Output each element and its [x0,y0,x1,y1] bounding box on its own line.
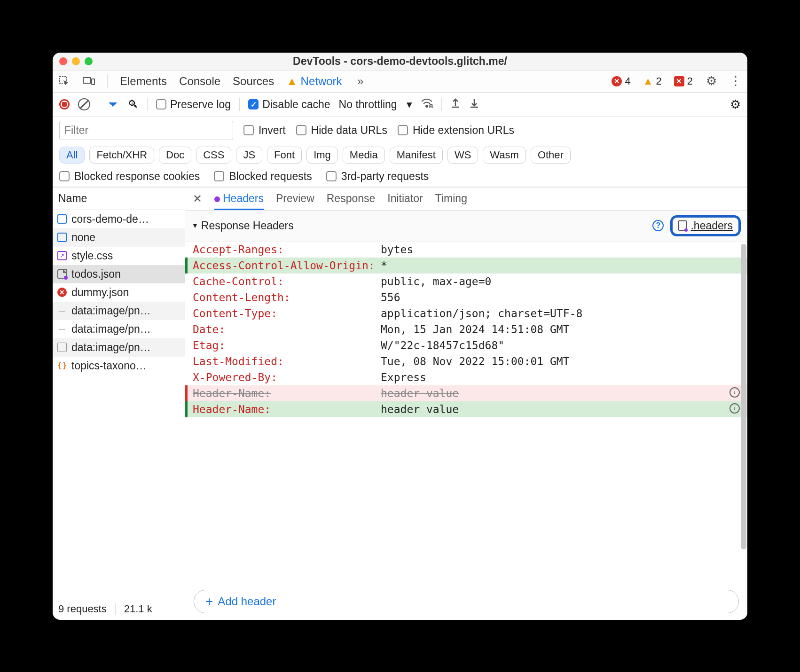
err-icon: ✕ [57,288,67,297]
collapse-icon: ▼ [192,222,198,229]
tab-headers[interactable]: Headers [214,192,264,210]
fullscreen-icon[interactable] [85,57,93,65]
data-icon: — [57,324,67,334]
network-toolbar: ⏷ 🔍︎ Preserve log ✓Disable cache No thro… [53,93,747,117]
request-name: dummy.json [71,286,129,299]
content-area: Name cors-demo-de…nonestyle.csstodos.jso… [53,187,747,620]
tab-timing[interactable]: Timing [435,192,467,205]
hide-data-urls-checkbox[interactable]: Hide data URLs [296,124,387,137]
request-count: 9 requests [58,603,107,615]
blocked-badge[interactable]: ✕2 [674,75,693,87]
chip-all[interactable]: All [59,147,85,164]
warning-badge[interactable]: ▲2 [643,75,662,87]
chip-css[interactable]: CSS [196,147,231,164]
tab-sources[interactable]: Sources [233,75,274,88]
record-button[interactable] [59,99,70,109]
add-header-button[interactable]: + Add header [194,590,739,613]
disable-cache-checkbox[interactable]: ✓Disable cache [248,98,330,111]
request-row[interactable]: cors-demo-de… [53,210,185,228]
override-dot-icon [214,196,220,202]
header-value: Mon, 15 Jan 2024 14:51:08 GMT [381,323,570,336]
panel-settings-icon[interactable]: ⚙ [730,97,741,112]
info-icon[interactable]: i [729,387,740,398]
detail-pane: ✕ Headers Preview Response Initiator Tim… [185,188,747,620]
chip-fetchxhr[interactable]: Fetch/XHR [89,147,154,164]
settings-icon[interactable]: ⚙ [705,75,717,87]
invert-checkbox[interactable]: Invert [243,124,286,137]
upload-icon[interactable] [450,97,461,111]
blocked-response-cookies-checkbox[interactable]: Blocked response cookies [59,170,200,183]
header-row: Header-Name:header valuei [185,401,747,417]
scrollbar[interactable] [741,244,746,549]
header-value: * [381,259,387,272]
header-row: Access-Control-Allow-Origin:* [185,258,747,273]
tab-initiator[interactable]: Initiator [387,192,423,205]
svg-rect-1 [83,78,91,83]
minimize-icon[interactable] [72,57,80,65]
search-icon[interactable]: 🔍︎ [127,98,139,111]
header-name: Content-Length: [193,291,381,304]
header-name: Last-Modified: [193,355,381,367]
request-row[interactable]: ✕dummy.json [53,283,185,302]
css-icon [57,251,67,260]
request-row[interactable]: style.css [53,247,185,265]
request-row[interactable]: todos.json [53,265,185,283]
clear-button[interactable] [78,98,90,110]
tab-elements[interactable]: Elements [120,75,167,88]
blocked-requests-checkbox[interactable]: Blocked requests [214,170,312,183]
inspect-icon[interactable] [58,75,71,87]
chip-manifest[interactable]: Manifest [390,147,443,164]
request-row[interactable]: data:image/pn… [53,338,185,357]
main-tabbar: Elements Console Sources ▲ Network » ✕4 … [53,70,747,93]
more-tabs-icon[interactable]: » [354,75,367,87]
3rd-party-requests-checkbox[interactable]: 3rd-party requests [326,170,429,183]
header-name: Date: [193,323,381,336]
tab-console[interactable]: Console [179,75,220,88]
help-icon[interactable]: ? [652,220,664,231]
close-detail-button[interactable]: ✕ [193,192,202,205]
preserve-log-checkbox[interactable]: Preserve log [156,98,231,111]
response-headers-section[interactable]: ▼ Response Headers ? .headers [185,211,747,242]
header-name: Header-Name: [193,403,381,415]
header-value: bytes [381,243,413,256]
request-row[interactable]: none [53,228,185,247]
kebab-icon[interactable]: ⋮ [729,75,742,87]
chip-img[interactable]: Img [306,147,338,164]
error-badge[interactable]: ✕4 [612,75,630,87]
tab-preview[interactable]: Preview [276,192,314,205]
chip-media[interactable]: Media [343,147,385,164]
throttling-select[interactable]: No throttling ▾ [339,98,413,111]
device-icon[interactable] [83,75,95,87]
chip-doc[interactable]: Doc [159,147,191,164]
header-row: Content-Type:application/json; charset=U… [185,305,747,321]
info-icon[interactable]: i [729,403,740,414]
header-row: Header-Name:header valuei [185,385,747,401]
doc-icon [57,233,67,242]
filter-input[interactable] [59,121,233,140]
data-icon: — [57,306,67,315]
headers-list: Accept-Ranges:bytesAccess-Control-Allow-… [185,242,747,583]
headers-file-link[interactable]: .headers [670,215,741,236]
chip-js[interactable]: JS [236,147,262,164]
filter-icon[interactable]: ⏷ [108,98,119,111]
name-column-header[interactable]: Name [53,188,185,210]
header-value: Tue, 08 Nov 2022 15:00:01 GMT [381,355,570,367]
request-row[interactable]: { }topics-taxono… [53,357,185,375]
chip-wasm[interactable]: Wasm [483,147,526,164]
tab-response[interactable]: Response [327,192,376,205]
divider [107,74,108,88]
header-value: Express [381,371,426,383]
wifi-icon[interactable] [421,98,433,111]
chip-font[interactable]: Font [267,147,302,164]
header-name: Header-Name: [193,387,381,399]
chip-ws[interactable]: WS [447,147,478,164]
request-row[interactable]: —data:image/pn… [53,302,185,320]
chip-other[interactable]: Other [531,147,571,164]
tab-network[interactable]: ▲ Network [286,75,342,88]
hide-extension-urls-checkbox[interactable]: Hide extension URLs [398,124,514,137]
status-bar: 9 requests 21.1 k [53,598,185,620]
request-row[interactable]: —data:image/pn… [53,320,185,338]
download-icon[interactable] [469,97,479,111]
close-icon[interactable] [59,57,67,65]
br-icon: { } [57,361,67,370]
